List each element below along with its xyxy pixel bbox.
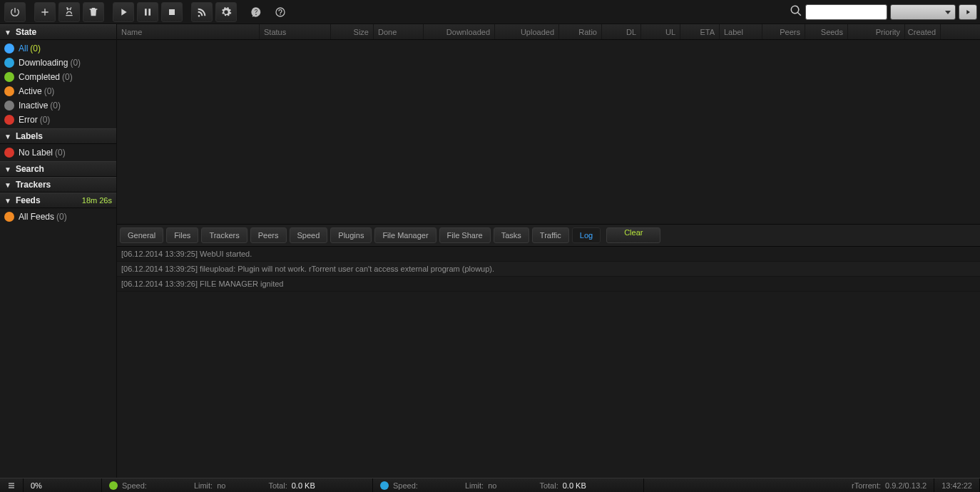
tab-traffic[interactable]: Traffic — [532, 227, 569, 243]
grid-col[interactable]: Status — [260, 24, 331, 39]
grid-col[interactable]: Uploaded — [495, 24, 559, 39]
settings-button[interactable] — [215, 2, 237, 22]
statusbar: 0% Speed: Limit:no Total:0.0 KB Speed: L… — [0, 478, 980, 492]
clear-log-button[interactable]: Clear — [606, 227, 660, 243]
detail-tabs: GeneralFilesTrackersPeersSpeedPluginsFil… — [117, 224, 980, 247]
grid-col[interactable]: Size — [331, 24, 374, 39]
about-icon[interactable] — [245, 2, 267, 22]
sidebar-item-label: No Label — [19, 148, 53, 158]
stop-button[interactable] — [161, 2, 183, 22]
grid-col[interactable]: Label — [720, 24, 762, 39]
tab-plugins[interactable]: Plugins — [330, 227, 372, 243]
panel-header-search[interactable]: ▼Search — [0, 161, 116, 177]
sidebar-item[interactable]: Inactive (0) — [0, 98, 116, 113]
grid-col[interactable]: ETA — [680, 24, 720, 39]
sidebar-item[interactable]: Error (0) — [0, 113, 116, 127]
panel-header-labels[interactable]: ▼Labels — [0, 128, 116, 144]
rss-button[interactable] — [191, 2, 213, 22]
sidebar-item-label: Downloading — [19, 58, 68, 68]
delete-button[interactable] — [83, 2, 104, 22]
grid-col[interactable]: Name — [117, 24, 260, 39]
pause-button[interactable] — [137, 2, 158, 22]
search-icon — [790, 4, 802, 19]
log-area[interactable]: [06.12.2014 13:39:25] WebUI started.[06.… — [117, 247, 980, 478]
tab-general[interactable]: General — [120, 227, 163, 243]
sidebar-item-label: Completed — [19, 72, 60, 82]
sidebar-item-label: Active — [19, 86, 42, 96]
sidebar-item-label: Error — [19, 115, 38, 125]
grid-col[interactable]: DL — [602, 24, 641, 39]
version-cell: rTorrent:0.9.2/0.13.2 — [844, 478, 934, 492]
grid-col[interactable]: UL — [641, 24, 680, 39]
tab-peers[interactable]: Peers — [250, 227, 287, 243]
help-icon[interactable] — [270, 2, 291, 22]
sidebar-item-label: Inactive — [19, 101, 48, 111]
search-go-button[interactable] — [959, 4, 977, 20]
tab-file-manager[interactable]: File Manager — [374, 227, 436, 243]
grid-col[interactable]: Done — [374, 24, 424, 39]
grid-col[interactable]: Ratio — [559, 24, 602, 39]
filter-select[interactable] — [890, 4, 956, 20]
tab-log[interactable]: Log — [572, 227, 601, 243]
log-line: [06.12.2014 13:39:26] FILE MANAGER ignit… — [117, 277, 980, 292]
download-stats: Speed: Limit:no Total:0.0 KB — [373, 478, 644, 492]
disk-icon — [0, 478, 24, 492]
sidebar-item[interactable]: Active (0) — [0, 84, 116, 98]
power-button[interactable] — [4, 2, 26, 22]
upload-stats: Speed: Limit:no Total:0.0 KB — [102, 478, 373, 492]
sidebar-item[interactable]: All Feeds (0) — [0, 210, 116, 224]
grid-col[interactable]: Created — [905, 24, 941, 39]
tab-trackers[interactable]: Trackers — [201, 227, 247, 243]
grid-col[interactable]: Seeds — [805, 24, 848, 39]
grid-col[interactable]: Downloaded — [424, 24, 495, 39]
torrent-grid-header: NameStatusSizeDoneDownloadedUploadedRati… — [117, 24, 980, 40]
create-torrent-button[interactable] — [58, 2, 80, 22]
tab-tasks[interactable]: Tasks — [494, 227, 529, 243]
sidebar-item[interactable]: No Label (0) — [0, 145, 116, 160]
sidebar-item-label: All Feeds — [19, 212, 54, 222]
sidebar: ▼StateAll (0)Downloading (0)Completed (0… — [0, 24, 117, 478]
panel-header-trackers[interactable]: ▼Trackers — [0, 177, 116, 193]
grid-col[interactable]: Priority — [848, 24, 905, 39]
content: NameStatusSizeDoneDownloadedUploadedRati… — [117, 24, 980, 478]
disk-pct: 0% — [24, 478, 102, 492]
toolbar — [0, 0, 980, 24]
search-input[interactable] — [805, 4, 887, 20]
sidebar-item[interactable]: All (0) — [0, 41, 116, 56]
log-line: [06.12.2014 13:39:25] WebUI started. — [117, 247, 980, 262]
panel-header-state[interactable]: ▼State — [0, 24, 116, 40]
tab-file-share[interactable]: File Share — [439, 227, 491, 243]
sidebar-item[interactable]: Downloading (0) — [0, 56, 116, 70]
start-button[interactable] — [113, 2, 134, 22]
tab-speed[interactable]: Speed — [290, 227, 328, 243]
log-line: [06.12.2014 13:39:25] fileupload: Plugin… — [117, 262, 980, 277]
tab-files[interactable]: Files — [166, 227, 198, 243]
grid-col[interactable]: Peers — [762, 24, 805, 39]
sidebar-item-label: All — [19, 43, 28, 53]
add-torrent-button[interactable] — [34, 2, 56, 22]
panel-header-feeds[interactable]: ▼Feeds18m 26s — [0, 193, 116, 208]
sidebar-item[interactable]: Completed (0) — [0, 70, 116, 84]
clock-cell: 13:42:22 — [934, 478, 980, 492]
torrent-grid-body[interactable] — [117, 40, 980, 224]
